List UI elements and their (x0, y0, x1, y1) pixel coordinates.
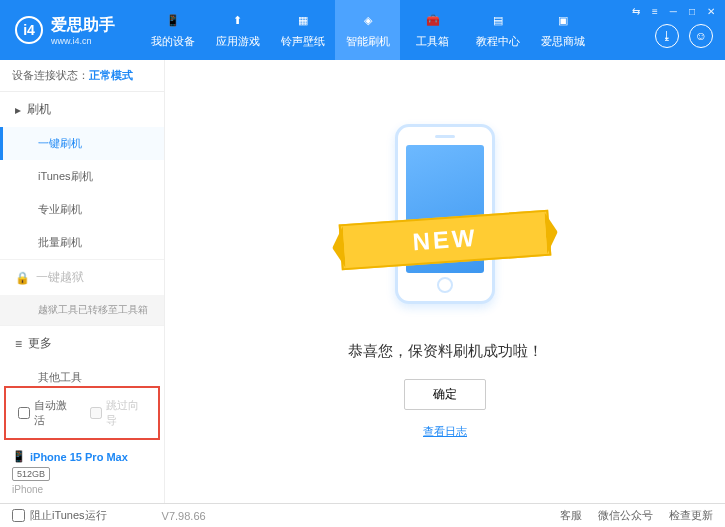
app-name: 爱思助手 (51, 15, 115, 36)
lock-icon: 🔒 (15, 271, 30, 285)
book-icon: ▤ (489, 12, 507, 30)
device-storage: 512GB (12, 467, 50, 481)
footer-wechat[interactable]: 微信公众号 (598, 508, 653, 523)
device-info: 📱iPhone 15 Pro Max 512GB iPhone (0, 442, 164, 503)
device-type: iPhone (12, 484, 152, 495)
sidebar-item-batch-flash[interactable]: 批量刷机 (0, 226, 164, 259)
settings-icon[interactable]: ⇆ (630, 4, 642, 19)
nav-my-device[interactable]: 📱我的设备 (140, 0, 205, 60)
sidebar-item-pro-flash[interactable]: 专业刷机 (0, 193, 164, 226)
app-icon: ⬆ (229, 12, 247, 30)
options-highlight-box: 自动激活 跳过向导 (4, 386, 160, 440)
toolbox-icon: 🧰 (424, 12, 442, 30)
maximize-icon[interactable]: □ (687, 4, 697, 19)
nav-apps-games[interactable]: ⬆应用游戏 (205, 0, 270, 60)
image-icon: ▦ (294, 12, 312, 30)
device-status: 设备连接状态：正常模式 (0, 60, 164, 92)
minimize-icon[interactable]: ─ (668, 4, 679, 19)
flash-small-icon: ▸ (15, 103, 21, 117)
menu-icon[interactable]: ≡ (650, 4, 660, 19)
app-logo: i4 爱思助手 www.i4.cn (0, 15, 130, 46)
nav-store[interactable]: ▣爱思商城 (530, 0, 595, 60)
nav-smart-flash[interactable]: ◈智能刷机 (335, 0, 400, 60)
sidebar-group-more[interactable]: ≡更多 (0, 326, 164, 361)
sidebar: 设备连接状态：正常模式 ▸刷机 一键刷机 iTunes刷机 专业刷机 批量刷机 … (0, 60, 165, 503)
version-label: V7.98.66 (162, 510, 206, 522)
user-button[interactable]: ☺ (689, 24, 713, 48)
skip-guide-checkbox[interactable]: 跳过向导 (90, 398, 146, 428)
store-icon: ▣ (554, 12, 572, 30)
main-content: NEW 恭喜您，保资料刷机成功啦！ 确定 查看日志 (165, 60, 725, 503)
ok-button[interactable]: 确定 (404, 379, 486, 410)
device-name[interactable]: 📱iPhone 15 Pro Max (12, 450, 152, 463)
logo-icon: i4 (15, 16, 43, 44)
sidebar-group-flash[interactable]: ▸刷机 (0, 92, 164, 127)
download-button[interactable]: ⭳ (655, 24, 679, 48)
flash-icon: ◈ (359, 12, 377, 30)
phone-icon: 📱 (164, 12, 182, 30)
sidebar-item-other-tools[interactable]: 其他工具 (0, 361, 164, 384)
success-message: 恭喜您，保资料刷机成功啦！ (348, 342, 543, 361)
header-actions: ⭳ ☺ (655, 24, 713, 48)
sidebar-item-itunes-flash[interactable]: iTunes刷机 (0, 160, 164, 193)
sidebar-group-jailbreak: 🔒一键越狱 (0, 260, 164, 295)
main-nav: 📱我的设备 ⬆应用游戏 ▦铃声壁纸 ◈智能刷机 🧰工具箱 ▤教程中心 ▣爱思商城 (140, 0, 595, 60)
footer: 阻止iTunes运行 V7.98.66 客服 微信公众号 检查更新 (0, 503, 725, 527)
auto-activate-checkbox[interactable]: 自动激活 (18, 398, 74, 428)
close-icon[interactable]: ✕ (705, 4, 717, 19)
nav-toolbox[interactable]: 🧰工具箱 (400, 0, 465, 60)
view-log-link[interactable]: 查看日志 (423, 424, 467, 439)
footer-check-update[interactable]: 检查更新 (669, 508, 713, 523)
more-icon: ≡ (15, 337, 22, 351)
new-ribbon: NEW (339, 210, 552, 271)
app-url: www.i4.cn (51, 36, 115, 46)
jailbreak-moved-note: 越狱工具已转移至工具箱 (0, 295, 164, 325)
block-itunes-checkbox[interactable]: 阻止iTunes运行 (12, 508, 107, 523)
success-illustration: NEW (355, 124, 535, 324)
device-icon: 📱 (12, 450, 26, 463)
app-header: i4 爱思助手 www.i4.cn 📱我的设备 ⬆应用游戏 ▦铃声壁纸 ◈智能刷… (0, 0, 725, 60)
sidebar-item-oneclick-flash[interactable]: 一键刷机 (0, 127, 164, 160)
footer-support[interactable]: 客服 (560, 508, 582, 523)
window-controls: ⇆ ≡ ─ □ ✕ (630, 4, 717, 19)
nav-ringtone-wallpaper[interactable]: ▦铃声壁纸 (270, 0, 335, 60)
nav-tutorial[interactable]: ▤教程中心 (465, 0, 530, 60)
